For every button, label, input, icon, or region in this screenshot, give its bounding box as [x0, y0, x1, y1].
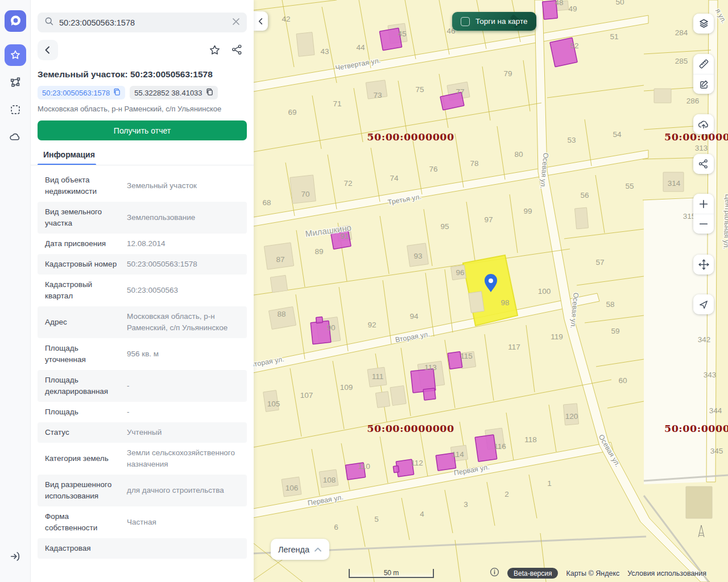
- parcel-number: 109: [340, 383, 353, 392]
- info-row-label: Вид земельного участка: [45, 206, 119, 229]
- rail-item-sign-in[interactable]: [5, 546, 26, 567]
- parcel-number: 97: [484, 215, 493, 224]
- parcel-number: 74: [390, 174, 399, 182]
- parcel-number: 107: [300, 391, 313, 400]
- copy-icon[interactable]: [113, 88, 121, 97]
- parcel-number: 60: [618, 376, 627, 385]
- info-row-label: Адрес: [45, 317, 119, 328]
- parcel-number: 53: [567, 136, 576, 144]
- map-area[interactable]: 4243444546484950515253545556575859606869…: [254, 0, 728, 582]
- building: [686, 487, 712, 518]
- parcel-number: 42: [282, 15, 290, 23]
- info-row-label: Кадастровый номер: [45, 259, 119, 270]
- rail-item-polygon-tool[interactable]: [5, 72, 26, 93]
- sidebar-panel: Земельный участок: 50:23:0050563:1578 50…: [31, 0, 254, 582]
- rail-item-select-area[interactable]: [5, 99, 26, 120]
- auction-on-map-toggle[interactable]: Торги на карте: [452, 12, 536, 31]
- parcel-number: 100: [538, 287, 551, 296]
- zoom-in-button[interactable]: [693, 194, 714, 214]
- info-row-value: 956 кв. м: [119, 348, 239, 360]
- parcel-number: 119: [551, 332, 563, 341]
- search-input[interactable]: [59, 18, 227, 27]
- parcel-number: 343: [704, 371, 717, 379]
- parcel-number: 113: [424, 363, 437, 372]
- parcel-number: 72: [344, 179, 352, 188]
- tab-information[interactable]: Информация: [38, 150, 96, 165]
- terms-of-use-link[interactable]: Условия использования: [627, 569, 706, 577]
- rail-item-cloud[interactable]: [5, 126, 26, 148]
- clear-search-icon[interactable]: [232, 18, 240, 28]
- parcel-number: 55: [625, 182, 634, 190]
- info-row-value: Землепользование: [119, 212, 239, 223]
- collapse-sidebar-button[interactable]: [254, 11, 268, 31]
- parcel-number: 99: [523, 207, 532, 215]
- registered-building[interactable]: [316, 317, 323, 323]
- parcel-number: 77: [456, 88, 464, 96]
- parcel-number: 59: [611, 327, 619, 335]
- cadastral-number-chip-label: 50:23:0050563:1578: [42, 89, 110, 97]
- cadastral-map[interactable]: 4243444546484950515253545556575859606869…: [254, 0, 728, 582]
- coordinates-chip[interactable]: 55.322852 38.41033: [130, 86, 217, 99]
- info-row-label: Форма собственности: [45, 511, 119, 534]
- measure-edit-group: [693, 54, 714, 94]
- layers-button[interactable]: [693, 14, 714, 34]
- parcel-number: 4: [420, 510, 424, 518]
- locate-button[interactable]: [693, 294, 714, 314]
- parcel-number: 49: [568, 5, 577, 13]
- back-button[interactable]: [38, 40, 58, 60]
- map-share-button[interactable]: [693, 154, 714, 174]
- info-row: Вид объекта недвижимостиЗемельный участо…: [38, 170, 247, 202]
- info-row-value: -: [119, 380, 239, 392]
- parcel-number: 313: [695, 144, 708, 152]
- rail-item-favorites[interactable]: [5, 44, 26, 66]
- info-row-label: Кадастровый квартал: [45, 279, 119, 302]
- ruler-button[interactable]: [693, 54, 714, 74]
- cadastral-quarter-label: 50:00:0000000: [664, 423, 728, 434]
- attribution-bar: Beta-версия Карты © Яндекс Условия испол…: [490, 567, 706, 579]
- edit-button[interactable]: [693, 74, 714, 94]
- info-row: Площадь-: [38, 402, 247, 422]
- parcel-number: 52: [570, 41, 578, 50]
- parcel-number: 2: [504, 490, 509, 498]
- zoom-out-button[interactable]: [693, 214, 714, 234]
- parcel-number: 117: [508, 343, 520, 351]
- get-report-button[interactable]: Получить отчет: [38, 120, 247, 140]
- info-row-value: -: [119, 406, 239, 418]
- info-icon[interactable]: [490, 567, 499, 579]
- upload-group: [693, 114, 714, 134]
- tab-information-label: Информация: [43, 150, 95, 159]
- building: [375, 392, 390, 408]
- auction-toggle-checkbox[interactable]: [461, 17, 470, 26]
- parcel-number: 50: [615, 0, 624, 6]
- cadastral-number-chip[interactable]: 50:23:0050563:1578: [38, 86, 125, 99]
- parcel-number: 79: [503, 69, 512, 78]
- copy-icon[interactable]: [206, 88, 213, 97]
- registered-building[interactable]: [423, 388, 436, 400]
- legend-button[interactable]: Легенда: [271, 539, 329, 560]
- parcel-number: 112: [411, 459, 423, 467]
- dashed-square-icon: [9, 103, 22, 116]
- parcel-number: 48: [555, 0, 563, 7]
- search-bar[interactable]: [38, 13, 247, 32]
- info-row: Площадь уточненная956 кв. м: [38, 338, 247, 370]
- info-row-label: Категория земель: [45, 453, 119, 464]
- app-logo[interactable]: [5, 10, 26, 32]
- registered-building[interactable]: [393, 465, 399, 472]
- parcel-number: 54: [613, 130, 622, 139]
- upload-button[interactable]: [693, 114, 714, 134]
- info-row: СтатусУчтенный: [38, 422, 247, 443]
- building: [270, 275, 287, 292]
- parcel-number: 115: [460, 352, 473, 360]
- yandex-maps-attribution[interactable]: Карты © Яндекс: [566, 569, 619, 577]
- pan-group: [693, 255, 714, 275]
- favorite-star-button[interactable]: [208, 44, 221, 57]
- parcel-number: 57: [595, 258, 604, 267]
- info-row: Вид разрешенного использованиядля дачног…: [38, 475, 247, 506]
- parcel-number: 89: [315, 247, 323, 256]
- cadastral-quarter-label: 50:00:0000000: [367, 131, 454, 143]
- chevron-up-icon: [314, 544, 322, 555]
- parcel-number: 344: [709, 406, 722, 415]
- share-button[interactable]: [231, 44, 243, 57]
- pan-button[interactable]: [693, 255, 714, 275]
- info-row-label: Вид объекта недвижимости: [45, 174, 119, 197]
